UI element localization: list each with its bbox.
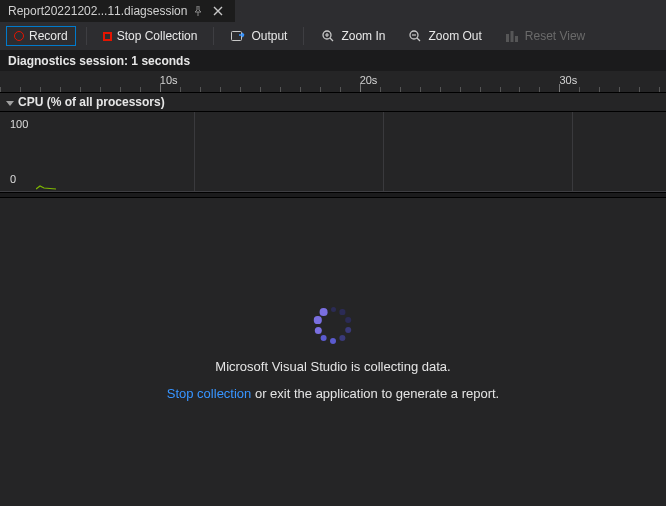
- stop-collection-link[interactable]: Stop collection: [167, 386, 252, 401]
- timeline-tick-label: 10s: [160, 74, 178, 86]
- output-button[interactable]: Output: [224, 25, 293, 47]
- collecting-subtext: Stop collection or exit the application …: [167, 386, 499, 401]
- svg-rect-4: [510, 31, 513, 42]
- zoom-in-icon: [320, 28, 336, 44]
- collecting-status: Microsoft Visual Studio is collecting da…: [215, 359, 450, 374]
- output-label: Output: [251, 29, 287, 43]
- reset-view-button[interactable]: Reset View: [498, 25, 591, 47]
- zoom-out-label: Zoom Out: [428, 29, 481, 43]
- stop-icon: [103, 32, 112, 41]
- toolbar: Record Stop Collection Output Zoom In Zo…: [0, 22, 666, 50]
- collapse-icon: [6, 101, 14, 106]
- cpu-series-line: [36, 184, 58, 188]
- y-axis-label: 100: [10, 118, 28, 130]
- timeline-tick-label: 20s: [360, 74, 378, 86]
- zoom-out-button[interactable]: Zoom Out: [401, 25, 487, 47]
- gridline: [194, 112, 195, 191]
- tab-title: Report20221202...11.diagsession: [8, 4, 187, 18]
- app-root: Report20221202...11.diagsession Record S…: [0, 0, 666, 506]
- reset-view-label: Reset View: [525, 29, 585, 43]
- toolbar-separator: [213, 27, 214, 45]
- session-label: Diagnostics session: 1 seconds: [0, 50, 666, 71]
- tab-strip: Report20221202...11.diagsession: [0, 0, 666, 22]
- output-icon: [230, 28, 246, 44]
- tab-diagsession[interactable]: Report20221202...11.diagsession: [0, 0, 235, 22]
- zoom-out-icon: [407, 28, 423, 44]
- stop-collection-button[interactable]: Stop Collection: [97, 26, 204, 46]
- collecting-panel: Microsoft Visual Studio is collecting da…: [0, 198, 666, 506]
- timeline-tick-label: 30s: [559, 74, 577, 86]
- toolbar-separator: [303, 27, 304, 45]
- record-label: Record: [29, 29, 68, 43]
- pin-icon[interactable]: [193, 6, 207, 16]
- gridline: [572, 112, 573, 191]
- toolbar-separator: [86, 27, 87, 45]
- svg-rect-0: [231, 32, 241, 41]
- zoom-in-button[interactable]: Zoom In: [314, 25, 391, 47]
- cpu-chart[interactable]: 100 0: [0, 112, 666, 192]
- record-button[interactable]: Record: [6, 26, 76, 46]
- timeline-ruler[interactable]: 10s 20s 30s: [0, 71, 666, 93]
- svg-rect-5: [515, 36, 518, 42]
- stop-label: Stop Collection: [117, 29, 198, 43]
- y-axis-label: 0: [10, 173, 16, 185]
- svg-rect-3: [506, 34, 509, 42]
- chart-header[interactable]: CPU (% of all processors): [0, 93, 666, 112]
- zoom-in-label: Zoom In: [341, 29, 385, 43]
- collecting-rest: or exit the application to generate a re…: [251, 386, 499, 401]
- chart-title: CPU (% of all processors): [18, 95, 165, 109]
- gridline: [383, 112, 384, 191]
- record-icon: [14, 31, 24, 41]
- spinner-icon: [311, 303, 355, 347]
- chart-plot: [36, 112, 666, 191]
- reset-view-icon: [504, 28, 520, 44]
- close-icon[interactable]: [213, 6, 227, 16]
